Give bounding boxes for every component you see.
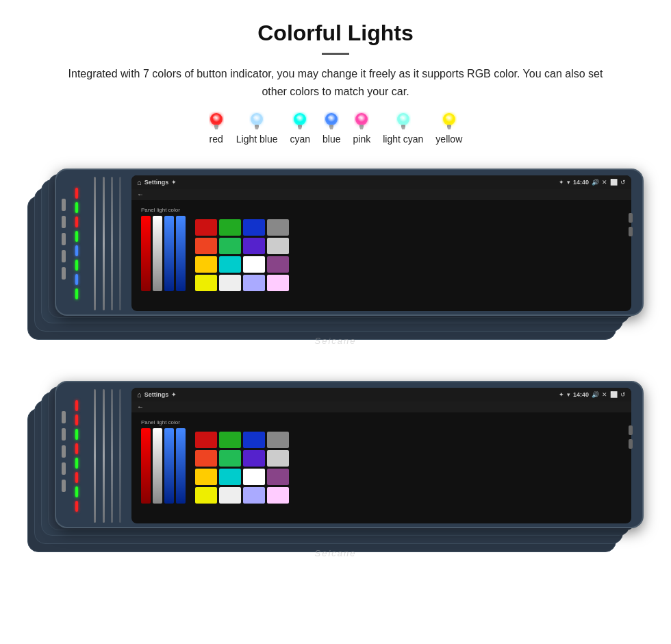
color-indicators-row: red: [27, 112, 644, 145]
svg-rect-3: [214, 127, 218, 129]
svg-point-36: [443, 113, 455, 125]
grid-cell: [195, 487, 217, 504]
grid-cell: [219, 256, 241, 273]
car-unit-top: ⌂ Settings ✦ ✦▾ 14:40 🔊✕⬜↺: [27, 160, 644, 358]
watermark-top: Seicane: [315, 336, 357, 346]
grid-cell: [195, 432, 217, 448]
side-btn[interactable]: [62, 250, 66, 262]
svg-rect-16: [299, 129, 301, 129]
color-item-pink: pink: [353, 112, 371, 145]
panel-label-top: Panel light color: [141, 207, 186, 213]
watermark-bottom: Seicane: [315, 548, 357, 558]
indicator-bars-top: [75, 180, 78, 307]
grid-cell: [267, 469, 289, 485]
svg-point-30: [397, 113, 409, 125]
color-item-yellow: yellow: [435, 112, 462, 145]
color-label-cyan: cyan: [290, 134, 310, 145]
grid-cell: [219, 238, 241, 254]
side-btn-b[interactable]: [62, 480, 66, 492]
svg-rect-39: [447, 127, 451, 129]
grid-cell: [195, 256, 217, 273]
color-item-blue: blue: [322, 112, 340, 145]
side-btn-b[interactable]: [62, 411, 66, 423]
indicator-bars-bottom: [75, 393, 78, 519]
color-item-light-cyan: light cyan: [383, 112, 423, 145]
grid-cell: [219, 219, 241, 236]
svg-rect-9: [255, 127, 259, 129]
side-btn-b[interactable]: [62, 428, 66, 441]
grid-cell: [219, 450, 241, 467]
panel-label-bottom: Panel light color: [141, 419, 186, 425]
description-text: Integrated with 7 colors of button indic…: [55, 65, 616, 100]
bulb-light-cyan: [396, 112, 411, 132]
grid-cell: [243, 238, 265, 254]
bulb-pink: [354, 112, 369, 132]
grid-cell: [219, 275, 241, 291]
title-divider: [322, 53, 349, 55]
side-btn[interactable]: [62, 267, 66, 280]
grid-cell: [267, 256, 289, 273]
grid-cell: [195, 275, 217, 291]
svg-rect-34: [402, 129, 405, 129]
side-buttons-top: [62, 199, 66, 280]
grid-cell: [243, 432, 265, 448]
grid-cell: [267, 219, 289, 236]
car-images-section: ⌂ Settings ✦ ✦▾ 14:40 🔊✕⬜↺: [27, 160, 644, 571]
bulb-light-blue: [249, 112, 264, 132]
svg-rect-21: [330, 127, 333, 129]
color-item-cyan: cyan: [290, 112, 310, 145]
side-btn[interactable]: [62, 216, 66, 228]
right-edge-bottom: [629, 425, 633, 449]
color-label-pink: pink: [353, 134, 371, 145]
grid-cell: [267, 432, 289, 448]
grid-cell: [267, 275, 289, 291]
grid-cell: [243, 469, 265, 485]
side-btn-b[interactable]: [62, 462, 66, 475]
grid-cell: [267, 450, 289, 467]
page-container: Colorful Lights Integrated with 7 colors…: [0, 0, 671, 584]
grid-cell: [243, 450, 265, 467]
svg-point-12: [294, 113, 306, 125]
side-btn[interactable]: [62, 199, 66, 211]
grid-cell: [219, 487, 241, 504]
right-edge-top: [629, 213, 633, 236]
side-buttons-bottom: [62, 411, 66, 492]
side-btn[interactable]: [62, 233, 66, 245]
svg-rect-10: [255, 129, 258, 129]
color-label-red: red: [210, 134, 223, 145]
grid-cell: [195, 450, 217, 467]
svg-rect-22: [330, 129, 333, 129]
bulb-red: [209, 112, 224, 132]
svg-rect-27: [360, 127, 364, 129]
grid-cell: [195, 238, 217, 254]
svg-point-6: [251, 113, 263, 125]
side-btn-b[interactable]: [62, 445, 66, 458]
grid-cell: [195, 219, 217, 236]
svg-point-24: [355, 113, 368, 125]
svg-point-18: [325, 113, 338, 125]
screen-top: ⌂ Settings ✦ ✦▾ 14:40 🔊✕⬜↺: [131, 175, 631, 311]
bulb-yellow: [442, 112, 457, 132]
svg-rect-4: [215, 129, 218, 129]
car-unit-bottom: ⌂ Settings ✦ ✦▾ 14:40 🔊✕⬜↺: [27, 372, 644, 571]
color-label-blue: blue: [322, 134, 340, 145]
grid-cell: [243, 487, 265, 504]
color-label-yellow: yellow: [435, 134, 462, 145]
main-title: Colorful Lights: [27, 21, 644, 46]
title-section: Colorful Lights Integrated with 7 colors…: [27, 21, 644, 100]
grid-cell: [243, 275, 265, 291]
color-label-light-cyan: light cyan: [383, 134, 423, 145]
svg-rect-28: [360, 129, 363, 129]
bulb-cyan: [292, 112, 307, 132]
svg-rect-40: [448, 129, 451, 129]
bulb-blue: [324, 112, 339, 132]
grid-cell: [219, 469, 241, 485]
grid-cell: [195, 469, 217, 485]
color-item-light-blue: Light blue: [236, 112, 278, 145]
grid-cell: [219, 432, 241, 448]
svg-point-0: [210, 113, 223, 125]
grid-cell: [267, 487, 289, 504]
grid-cell: [243, 256, 265, 273]
grid-cell: [267, 238, 289, 254]
color-label-light-blue: Light blue: [236, 134, 278, 145]
